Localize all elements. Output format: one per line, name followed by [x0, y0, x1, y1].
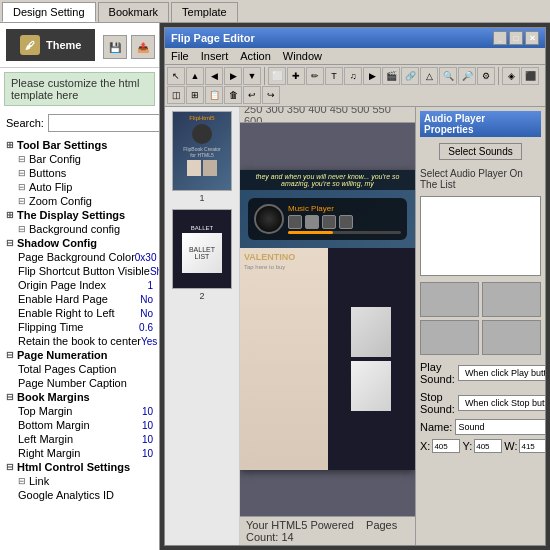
tb-zoomin[interactable]: 🔍 [439, 67, 457, 85]
play-sound-select[interactable]: When click Play button [458, 365, 545, 381]
export-button[interactable]: 📤 [131, 35, 155, 59]
thumb-2[interactable]: BALLET BALLETLIST 2 [172, 209, 232, 301]
tree-bgconfig[interactable]: ⊟Background config [2, 222, 157, 236]
tb-extra4[interactable]: ⊞ [186, 86, 204, 104]
left-panel: 🖌 Theme 💾 📤 Please customize the html te… [0, 23, 160, 550]
thumb-1[interactable]: FlipHtml5 FlipBook Creator for HTML5 [172, 111, 232, 203]
tree-autoflip[interactable]: ⊟Auto Flip [2, 180, 157, 194]
tb-link[interactable]: 🔗 [401, 67, 419, 85]
tree-leftmargin[interactable]: Left Margin10 [2, 432, 157, 446]
prev-btn[interactable] [288, 215, 302, 229]
theme-btn-area: 🖌 Theme 💾 📤 [0, 23, 159, 68]
save-button[interactable]: 💾 [103, 35, 127, 59]
name-input[interactable] [455, 419, 545, 435]
tb-zoomout[interactable]: 🔎 [458, 67, 476, 85]
x-input[interactable] [432, 439, 460, 453]
tree-toolbar[interactable]: ⊞Tool Bar Settings [2, 138, 157, 152]
tb-extra7[interactable]: ↩ [243, 86, 261, 104]
y-input[interactable] [474, 439, 502, 453]
theme-button[interactable]: 🖌 Theme [6, 29, 95, 61]
tree-htmlcontrol[interactable]: ⊟Html Control Settings [2, 460, 157, 474]
thumb-1-img: FlipHtml5 FlipBook Creator for HTML5 [172, 111, 232, 191]
audio-list-item-1[interactable] [421, 197, 540, 201]
menu-window[interactable]: Window [281, 49, 324, 63]
menu-action[interactable]: Action [238, 49, 273, 63]
tree-margins[interactable]: ⊟Book Margins [2, 390, 157, 404]
tb-extra6[interactable]: 🗑 [224, 86, 242, 104]
tree-retain[interactable]: Retain the book to centerYes [2, 334, 157, 348]
audio-preview-4[interactable] [482, 320, 541, 355]
tree-buttons[interactable]: ⊟Buttons [2, 166, 157, 180]
tree-pagenumcaption[interactable]: Page Number Caption [2, 376, 157, 390]
audio-list[interactable] [420, 196, 541, 276]
tb-text[interactable]: T [325, 67, 343, 85]
right-panel: Flip Page Editor _ □ ✕ File Insert Actio… [160, 23, 550, 550]
tree-area: ⊞Tool Bar Settings ⊟Bar Config ⊟Buttons … [0, 136, 159, 550]
tb-zoom-fit[interactable]: ⬜ [268, 67, 286, 85]
menu-file[interactable]: File [169, 49, 191, 63]
tb-play[interactable]: ▶ [363, 67, 381, 85]
audio-preview-1[interactable] [420, 282, 479, 317]
tb-shape[interactable]: △ [420, 67, 438, 85]
tb-down[interactable]: ▼ [243, 67, 261, 85]
tb-extra1[interactable]: ◈ [502, 67, 520, 85]
tb-music[interactable]: ♫ [344, 67, 362, 85]
tree-originpage[interactable]: Origin Page Index1 [2, 278, 157, 292]
menu-insert[interactable]: Insert [199, 49, 231, 63]
tree-zoomconfig[interactable]: ⊟Zoom Config [2, 194, 157, 208]
tree-link[interactable]: ⊟Link [2, 474, 157, 488]
thumb-panel: FlipHtml5 FlipBook Creator for HTML5 [165, 107, 240, 545]
save-icons: 💾 📤 [101, 33, 157, 61]
tb-extra3[interactable]: ◫ [167, 86, 185, 104]
customize-text: Please customize the html template here [11, 77, 139, 101]
maximize-button[interactable]: □ [509, 31, 523, 45]
tree-pagebgcolor[interactable]: Page Background Color0x30 [2, 250, 157, 264]
page-simulation: they and when you will never know... you… [240, 170, 415, 470]
page-col1: VALENTINO Tap here to buy [240, 248, 328, 470]
tab-design[interactable]: Design Setting [2, 2, 96, 22]
tree-shadow[interactable]: ⊟Shadow Config [2, 236, 157, 250]
tree-bottommargin[interactable]: Bottom Margin10 [2, 418, 157, 432]
tree-rtl[interactable]: Enable Right to LeftNo [2, 306, 157, 320]
tb-up[interactable]: ▲ [186, 67, 204, 85]
name-label: Name: [420, 421, 452, 433]
tb-video[interactable]: 🎬 [382, 67, 400, 85]
play-btn[interactable] [305, 215, 319, 229]
minimize-button[interactable]: _ [493, 31, 507, 45]
tb-add[interactable]: ✚ [287, 67, 305, 85]
audio-preview-2[interactable] [482, 282, 541, 317]
music-label: Music Player [288, 204, 401, 213]
canvas-content[interactable]: they and when you will never know... you… [240, 123, 415, 516]
w-input[interactable] [519, 439, 545, 453]
tb-cursor[interactable]: ↖ [167, 67, 185, 85]
tree-topmargin[interactable]: Top Margin10 [2, 404, 157, 418]
close-button[interactable]: ✕ [525, 31, 539, 45]
stop-btn[interactable] [339, 215, 353, 229]
tb-extra8[interactable]: ↪ [262, 86, 280, 104]
next-btn[interactable] [322, 215, 336, 229]
select-sounds-button[interactable]: Select Sounds [439, 143, 522, 160]
tab-bookmark[interactable]: Bookmark [98, 2, 170, 22]
tree-display[interactable]: ⊞The Display Settings [2, 208, 157, 222]
page-canvas: they and when you will never know... you… [240, 170, 415, 470]
tree-totalcaption[interactable]: Total Pages Caption [2, 362, 157, 376]
search-input[interactable] [48, 114, 160, 132]
tb-pen[interactable]: ✏ [306, 67, 324, 85]
tb-extra5[interactable]: 📋 [205, 86, 223, 104]
tree-barconfig[interactable]: ⊟Bar Config [2, 152, 157, 166]
tree-pagenum[interactable]: ⊟Page Numeration [2, 348, 157, 362]
flip-toolbar: ↖ ▲ ◀ ▶ ▼ ⬜ ✚ ✏ T ♫ ▶ 🎬 🔗 △ 🔍 🔎 [165, 65, 545, 107]
stop-sound-select[interactable]: When click Stop button [458, 395, 545, 411]
tab-template[interactable]: Template [171, 2, 238, 22]
window-buttons: _ □ ✕ [493, 31, 539, 45]
tb-extra2[interactable]: ⬛ [521, 67, 539, 85]
tree-flipbtnvisible[interactable]: Flip Shortcut Button VisibleShow [2, 264, 157, 278]
tree-enablehard[interactable]: Enable Hard PageNo [2, 292, 157, 306]
tree-googleanalytics[interactable]: Google Analytics ID [2, 488, 157, 502]
tb-right[interactable]: ▶ [224, 67, 242, 85]
tree-fliptime[interactable]: Flipping Time0.6 [2, 320, 157, 334]
audio-preview-3[interactable] [420, 320, 479, 355]
tb-settings[interactable]: ⚙ [477, 67, 495, 85]
tb-left[interactable]: ◀ [205, 67, 223, 85]
tree-rightmargin[interactable]: Right Margin10 [2, 446, 157, 460]
